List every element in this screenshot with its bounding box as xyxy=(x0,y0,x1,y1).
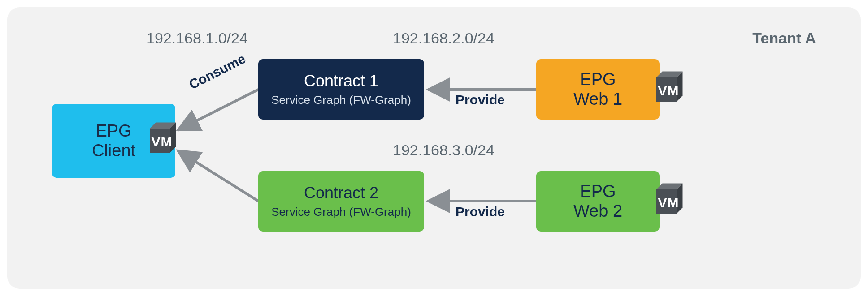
edge-contract1-to-client xyxy=(178,90,258,130)
vm-icon: VM xyxy=(648,177,689,218)
vm-icon: VM xyxy=(142,116,182,157)
contract1-title: Contract 1 xyxy=(304,72,378,90)
vm-icon: VM xyxy=(648,65,689,106)
epg-client-title: EPG Client xyxy=(92,121,135,160)
vm-label: VM xyxy=(648,195,689,210)
node-epg-web1: EPG Web 1 xyxy=(536,59,660,120)
edge-label-provide-1: Provide xyxy=(456,92,505,107)
subnet-client-label: 192.168.1.0/24 xyxy=(146,30,248,47)
subnet-web1-label: 192.168.2.0/24 xyxy=(393,30,495,47)
diagram-canvas: 192.168.1.0/24 192.168.2.0/24 192.168.3.… xyxy=(7,7,861,289)
vm-label: VM xyxy=(648,83,689,99)
contract2-sub: Service Graph (FW-Graph) xyxy=(271,205,411,219)
edge-label-consume: Consume xyxy=(187,51,248,92)
node-contract-2: Contract 2 Service Graph (FW-Graph) xyxy=(258,171,424,232)
vm-label: VM xyxy=(142,134,182,150)
tenant-label: Tenant A xyxy=(752,30,816,47)
node-epg-web2: EPG Web 2 xyxy=(536,171,660,232)
edge-label-provide-2: Provide xyxy=(456,204,505,219)
contract1-sub: Service Graph (FW-Graph) xyxy=(271,93,411,107)
contract2-title: Contract 2 xyxy=(304,184,378,202)
subnet-web2-label: 192.168.3.0/24 xyxy=(393,142,495,159)
edge-contract2-to-client xyxy=(178,150,258,201)
epg-web1-title: EPG Web 1 xyxy=(573,70,622,109)
epg-web2-title: EPG Web 2 xyxy=(573,182,622,221)
node-contract-1: Contract 1 Service Graph (FW-Graph) xyxy=(258,59,424,120)
